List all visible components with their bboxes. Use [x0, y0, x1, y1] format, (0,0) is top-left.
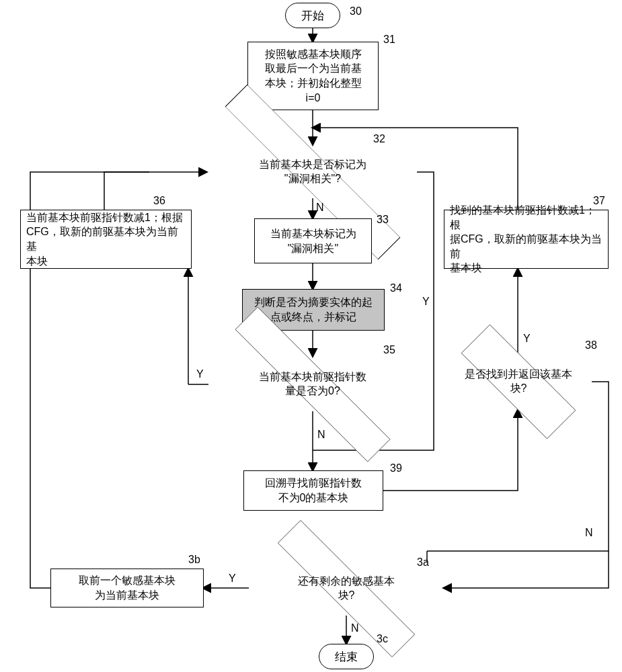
label-31: 31: [383, 34, 395, 46]
process-37: 找到的基本块前驱指针数减1；根 据CFG，取新的前驱基本块为当前 基本块: [444, 210, 609, 269]
edge-label-38-N: N: [585, 527, 593, 539]
end-text: 结束: [335, 649, 358, 665]
decision-3a-text: 还有剩余的敏感基本 块?: [249, 555, 444, 622]
label-3b: 3b: [188, 554, 200, 566]
flowchart-canvas: 开始 30 按照敏感基本块顺序 取最后一个为当前基 本块；并初始化整型 i=0 …: [0, 0, 622, 672]
start-text: 开始: [301, 8, 324, 24]
edge-label-38-Y: Y: [523, 333, 531, 345]
process-36-text: 当前基本块前驱指针数减1；根据 CFG，取新的前驱基本块为当前基 本块: [26, 210, 186, 268]
process-3b: 取前一个敏感基本块 为当前基本块: [50, 569, 204, 607]
process-36: 当前基本块前驱指针数减1；根据 CFG，取新的前驱基本块为当前基 本块: [20, 210, 192, 269]
process-33-text: 当前基本块标记为 "漏洞相关": [270, 226, 356, 255]
decision-3a: 还有剩余的敏感基本 块?: [249, 555, 444, 622]
process-39-text: 回溯寻找前驱指针数 不为0的基本块: [265, 476, 362, 505]
decision-35: 当前基本块前驱指针数 量是否为0?: [208, 348, 417, 421]
edge-label-32-Y: Y: [422, 296, 430, 308]
edge-label-35-N: N: [317, 429, 325, 441]
edge-label-32-N: N: [316, 202, 324, 214]
decision-35-text: 当前基本块前驱指针数 量是否为0?: [208, 348, 417, 421]
edge-label-35-Y: Y: [196, 368, 204, 380]
label-39: 39: [390, 462, 402, 474]
label-32: 32: [373, 133, 385, 145]
label-36: 36: [153, 195, 165, 207]
label-33: 33: [377, 214, 389, 226]
process-31-text: 按照敏感基本块顺序 取最后一个为当前基 本块；并初始化整型 i=0: [265, 47, 362, 105]
process-37-text: 找到的基本块前驱指针数减1；根 据CFG，取新的前驱基本块为当前 基本块: [450, 203, 602, 276]
process-33: 当前基本块标记为 "漏洞相关": [254, 218, 372, 263]
decision-32-text: 当前基本块是否标记为 "漏洞相关"?: [206, 133, 419, 211]
label-34: 34: [390, 282, 402, 294]
label-3c: 3c: [377, 633, 388, 645]
decision-32: 当前基本块是否标记为 "漏洞相关"?: [206, 133, 419, 211]
label-3a: 3a: [417, 556, 429, 569]
label-38: 38: [585, 339, 597, 351]
decision-38-text: 是否找到并返回该基本 块?: [445, 343, 592, 421]
process-34-text: 判断是否为摘要实体的起 点或终点，并标记: [254, 295, 373, 324]
process-31: 按照敏感基本块顺序 取最后一个为当前基 本块；并初始化整型 i=0: [247, 42, 379, 110]
terminator-end: 结束: [319, 644, 374, 669]
edge-label-3a-N: N: [351, 622, 359, 634]
process-3b-text: 取前一个敏感基本块 为当前基本块: [79, 573, 176, 602]
terminator-start: 开始: [285, 3, 340, 28]
label-30: 30: [350, 5, 362, 17]
label-37: 37: [593, 195, 605, 207]
process-39: 回溯寻找前驱指针数 不为0的基本块: [243, 470, 383, 511]
decision-38: 是否找到并返回该基本 块?: [445, 343, 592, 421]
edge-label-3a-Y: Y: [229, 573, 236, 585]
label-35: 35: [383, 344, 395, 356]
